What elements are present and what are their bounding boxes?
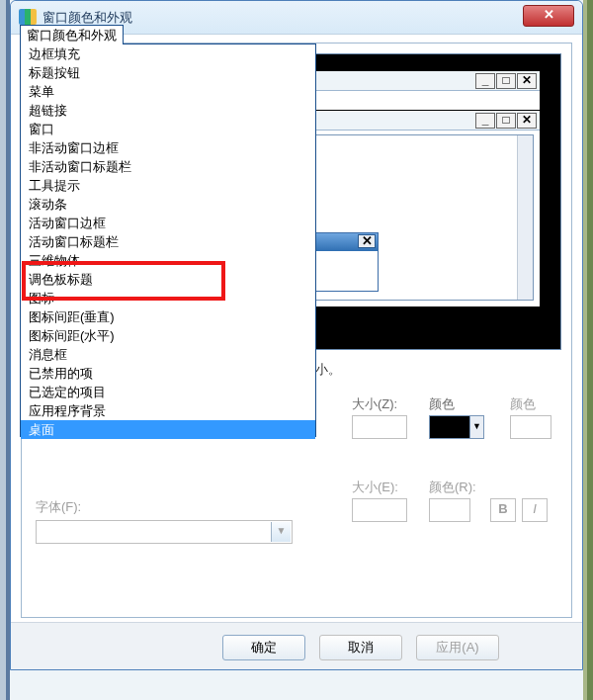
close-icon: ✕ (517, 113, 537, 129)
minimize-icon: _ (475, 113, 495, 129)
item-dropdown-list[interactable]: 窗口颜色和外观 边框填充标题按钮菜单超链接窗口非活动窗口边框非活动窗口标题栏工具… (20, 44, 316, 437)
dropdown-item[interactable]: 桌面 (21, 420, 315, 439)
dropdown-item[interactable]: 窗口 (21, 120, 315, 138)
apply-button: 应用(A) (416, 635, 499, 660)
ok-button[interactable]: 确定 (222, 635, 305, 660)
dropdown-item[interactable]: 图标间距(水平) (21, 326, 315, 345)
dropdown-item[interactable]: 活动窗口边框 (21, 214, 315, 232)
chevron-down-icon: ▼ (271, 522, 291, 542)
size-label: 大小(Z): (352, 395, 397, 413)
dropdown-item[interactable]: 图标 (21, 289, 315, 307)
dropdown-item[interactable]: 超链接 (21, 101, 315, 120)
dropdown-item[interactable]: 消息框 (21, 345, 315, 364)
dropdown-item[interactable]: 已禁用的项 (21, 364, 315, 383)
dropdown-item[interactable]: 已选定的项目 (21, 383, 315, 401)
dropdown-item[interactable]: 活动窗口标题栏 (21, 232, 315, 251)
font-combobox: ▼ (36, 520, 293, 544)
dropdown-item[interactable]: 边框填充 (21, 44, 315, 63)
scrollbar-icon (517, 135, 533, 300)
dropdown-item[interactable]: 工具提示 (21, 176, 315, 195)
dropdown-item[interactable]: 非活动窗口标题栏 (21, 157, 315, 176)
size-spinner[interactable] (352, 415, 407, 439)
maximize-icon: □ (496, 73, 516, 89)
size2-label: 大小(E): (352, 479, 398, 496)
font-row: 字体(F): 大小(E): 颜色(R): ▼ B I (36, 498, 557, 544)
bold-button: B (490, 498, 516, 522)
button-bar: 确定 取消 应用(A) (11, 622, 582, 669)
dropdown-item[interactable]: 三维物体 (21, 251, 315, 270)
font-color-picker (429, 498, 470, 522)
close-button[interactable]: ✕ (523, 5, 574, 27)
close-icon: ✕ (358, 234, 376, 248)
colorR-label: 颜色(R): (429, 479, 476, 496)
dropdown-item[interactable]: 图标间距(垂直) (21, 307, 315, 326)
color2-picker (510, 415, 551, 439)
dropdown-item[interactable]: 标题按钮 (21, 63, 315, 82)
close-icon: ✕ (517, 73, 537, 89)
font-label: 字体(F): (36, 498, 557, 516)
chevron-down-icon[interactable]: ▼ (469, 416, 483, 438)
dropdown-header: 窗口颜色和外观 (20, 25, 124, 44)
color1-picker[interactable]: ▼ (429, 415, 484, 439)
maximize-icon: □ (496, 113, 516, 129)
dropdown-item[interactable]: 滚动条 (21, 195, 315, 214)
cancel-button[interactable]: 取消 (319, 635, 402, 660)
dropdown-item[interactable]: 调色板标题 (21, 270, 315, 289)
minimize-icon: _ (475, 73, 495, 89)
dropdown-item[interactable]: 非活动窗口边框 (21, 138, 315, 157)
app-icon (19, 9, 37, 25)
font-size-spinner (352, 498, 407, 522)
dropdown-item[interactable]: 菜单 (21, 82, 315, 101)
italic-button: I (522, 498, 548, 522)
dropdown-item[interactable]: 应用程序背景 (21, 401, 315, 420)
